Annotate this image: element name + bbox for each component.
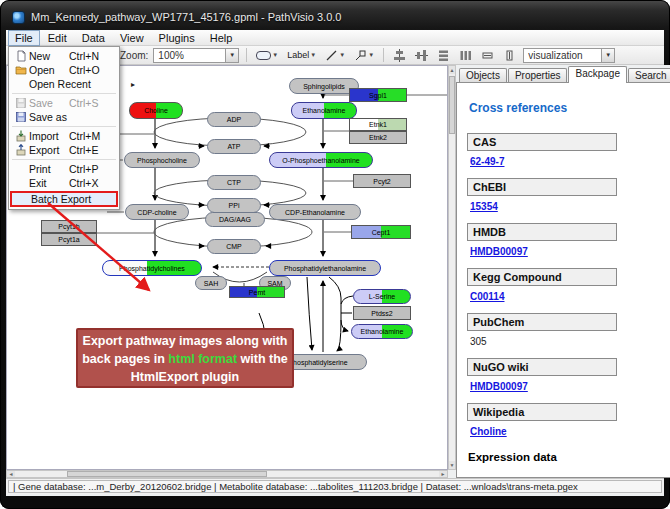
node-etnk2[interactable]: Etnk2 xyxy=(349,131,407,144)
node-cmp[interactable]: CMP xyxy=(207,239,261,254)
tab-backpage[interactable]: Backpage xyxy=(568,66,626,83)
window-title: Mm_Kennedy_pathway_WP1771_45176.gpml - P… xyxy=(31,11,341,23)
node-adp[interactable]: ADP xyxy=(207,112,261,127)
node-label: Ethanolamine xyxy=(303,107,346,114)
cross-references-heading: Cross references xyxy=(469,101,670,115)
menu-data[interactable]: Data xyxy=(75,30,112,46)
node-label: ATP xyxy=(227,143,240,150)
node-pcyt1a[interactable]: Pcyt1a xyxy=(41,233,97,246)
node-l-serine[interactable]: L-Serine xyxy=(353,289,411,304)
align-center-x-button[interactable] xyxy=(391,47,408,63)
node-phosphatidylethanolamine[interactable]: Phosphatidylethanolamine xyxy=(269,260,381,276)
scroll-left-icon[interactable]: ◄ xyxy=(7,471,15,477)
visualization-combobox[interactable]: visualization ▼ xyxy=(523,48,615,63)
common-width-button[interactable] xyxy=(479,47,496,63)
file-menu-item-export[interactable]: ExportCtrl+E xyxy=(9,143,119,157)
xref-link[interactable]: HMDB00097 xyxy=(470,246,528,257)
save-icon xyxy=(12,97,29,109)
label-tool-button[interactable]: Label▼ xyxy=(285,47,318,63)
file-menu-item-new[interactable]: NewCtrl+N xyxy=(9,49,119,63)
file-menu-item-shortcut: Ctrl+E xyxy=(69,144,109,156)
scroll-right-icon[interactable]: ► xyxy=(439,471,447,477)
file-menu-item-label: Save xyxy=(29,97,69,109)
node-phosphatidylcholines[interactable]: Phosphatidylcholines xyxy=(102,260,202,276)
menu-view[interactable]: View xyxy=(113,30,151,46)
node-ctp[interactable]: CTP xyxy=(207,175,261,190)
file-menu-item-label: Open Recent xyxy=(29,78,91,90)
chevron-down-icon[interactable]: ▼ xyxy=(225,49,238,62)
align-center-y-button[interactable] xyxy=(413,47,430,63)
toolbar-separator xyxy=(383,48,384,62)
node-label: Phosphatidylethanolamine xyxy=(284,265,366,272)
file-menu-item-open-recent[interactable]: Open Recent▸ xyxy=(9,77,119,91)
horizontal-scrollbar[interactable]: ◄ ► xyxy=(6,470,448,478)
node-cept1[interactable]: Cept1 xyxy=(351,225,411,239)
file-menu-item-save-as[interactable]: Save as xyxy=(9,110,119,124)
stack-rows-button[interactable] xyxy=(435,47,452,63)
expression-data-heading: Expression data xyxy=(468,451,670,463)
horizontal-scroll-thumb[interactable] xyxy=(67,471,267,477)
xref-section-nugo-wiki: NuGO wikiHMDB00097 xyxy=(467,358,670,394)
file-menu-item-open[interactable]: OpenCtrl+O xyxy=(9,63,119,77)
file-menu-item-batch-export[interactable]: Batch Export xyxy=(11,192,117,206)
xref-link[interactable]: 62-49-7 xyxy=(470,156,504,167)
menu-help[interactable]: Help xyxy=(203,30,240,46)
file-menu-item-print[interactable]: PrintCtrl+P xyxy=(9,162,119,176)
node-cdp-choline[interactable]: CDP-choline xyxy=(125,204,189,220)
node-sgpl1[interactable]: Sgpl1 xyxy=(349,88,407,102)
node-cdp-ethanolamine[interactable]: CDP-Ethanolamine xyxy=(269,204,361,220)
xref-link[interactable]: HMDB00097 xyxy=(470,381,528,392)
node-dag-aag[interactable]: DAG/AAG xyxy=(205,212,265,227)
common-height-button[interactable] xyxy=(501,47,518,63)
menu-separator xyxy=(12,159,116,160)
node-ethanolamine-bottom[interactable]: Ethanolamine xyxy=(351,324,413,339)
menu-separator xyxy=(12,126,116,127)
menu-plugins[interactable]: Plugins xyxy=(152,30,202,46)
file-menu-item-save[interactable]: SaveCtrl+S xyxy=(9,96,119,110)
chevron-down-icon[interactable]: ▼ xyxy=(601,49,614,62)
node-label: Phosphatidylcholines xyxy=(119,265,185,272)
node-sah[interactable]: SAH xyxy=(195,276,227,290)
node-choline-top[interactable]: Choline xyxy=(129,102,183,119)
file-menu-item-shortcut: Ctrl+S xyxy=(69,97,109,109)
shape-tool-button[interactable]: ▼ xyxy=(352,47,376,63)
menu-file[interactable]: File xyxy=(8,30,40,46)
tab-objects[interactable]: Objects xyxy=(459,68,507,83)
node-label: Etnk2 xyxy=(369,134,387,141)
line-tool-button[interactable]: ▼ xyxy=(323,47,347,63)
tab-search[interactable]: Search xyxy=(628,68,670,83)
node-ptdss2[interactable]: Ptdss2 xyxy=(353,306,411,320)
xref-title: ChEBI xyxy=(467,178,617,196)
node-phosphocholine[interactable]: Phosphocholine xyxy=(124,152,200,168)
scroll-up-icon[interactable]: ▲ xyxy=(449,66,455,74)
xref-link[interactable]: Choline xyxy=(470,426,507,437)
client-area: FileEditDataViewPluginsHelp Zoom: 100% ▼… xyxy=(6,30,664,496)
tab-properties[interactable]: Properties xyxy=(508,68,568,83)
visualization-value: visualization xyxy=(528,50,582,61)
node-o-phosphoethanolamine[interactable]: O-Phosphoethanolamine xyxy=(269,152,373,168)
zoom-combobox[interactable]: 100% ▼ xyxy=(153,48,239,63)
node-pcyt2[interactable]: Pcyt2 xyxy=(353,174,411,188)
xref-link[interactable]: C00114 xyxy=(470,291,504,302)
menu-edit[interactable]: Edit xyxy=(41,30,74,46)
file-menu-item-shortcut: Ctrl+N xyxy=(69,50,109,62)
file-menu-item-shortcut: Ctrl+P xyxy=(69,163,109,175)
file-menu-item-import[interactable]: ImportCtrl+M xyxy=(9,129,119,143)
vertical-scrollbar[interactable]: ▲ ▼ xyxy=(448,65,456,470)
node-label: CTP xyxy=(227,179,241,186)
node-pemt[interactable]: Pemt xyxy=(229,286,285,298)
node-atp[interactable]: ATP xyxy=(207,139,261,154)
node-etnk1[interactable]: Etnk1 xyxy=(349,118,407,131)
node-pcyt1b[interactable]: Pcyt1b xyxy=(41,220,97,233)
vertical-scroll-thumb[interactable] xyxy=(449,76,455,134)
node-ppi[interactable]: PPi xyxy=(207,198,261,213)
file-menu-item-shortcut: Ctrl+O xyxy=(69,64,109,76)
stack-columns-icon xyxy=(459,49,472,62)
datanode-button[interactable]: ▼ xyxy=(254,47,280,63)
xref-link[interactable]: 15354 xyxy=(470,201,498,212)
file-menu-item-exit[interactable]: ExitCtrl+X xyxy=(9,176,119,190)
scroll-down-icon[interactable]: ▼ xyxy=(449,461,455,469)
stack-columns-button[interactable] xyxy=(457,47,474,63)
file-menu-item-label: Save as xyxy=(29,111,69,123)
node-ethanolamine-top[interactable]: Ethanolamine xyxy=(291,102,357,119)
